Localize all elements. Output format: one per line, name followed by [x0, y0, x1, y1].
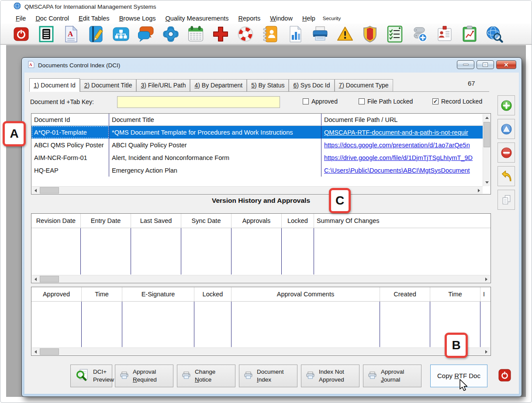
index-not-approved-button[interactable]: Index NotApproved: [301, 365, 359, 387]
table-row[interactable]: A*QP-01-Template *QMS Document Template …: [31, 126, 483, 139]
cell-file-path-link[interactable]: https://drive.google.com/file/d/1DjmTjTS…: [321, 151, 483, 164]
warning-icon[interactable]: [336, 25, 354, 43]
dialog-power-close-button[interactable]: [498, 369, 511, 382]
change-notice-button[interactable]: ChangeNotice: [177, 365, 235, 387]
calendar-icon[interactable]: [187, 25, 204, 43]
document-list-icon[interactable]: [38, 25, 55, 43]
column-header[interactable]: Approved: [31, 287, 82, 301]
minimize-button[interactable]: [457, 60, 474, 69]
vertical-scrollbar[interactable]: [483, 114, 490, 186]
scroll-left-arrow[interactable]: [32, 348, 39, 355]
tab-document-type[interactable]: 7) Document Type: [335, 79, 393, 91]
shield-icon[interactable]: [361, 25, 379, 43]
column-header[interactable]: Locked: [194, 287, 231, 301]
scroll-right-arrow[interactable]: [483, 275, 490, 283]
chat-bubbles-icon[interactable]: [137, 25, 155, 43]
column-header[interactable]: Revision Date: [31, 214, 81, 228]
add-record-button[interactable]: [497, 95, 515, 115]
close-button[interactable]: ✕: [496, 60, 516, 69]
scroll-right-arrow[interactable]: [475, 187, 483, 194]
dialog-titlebar[interactable]: A Documents Control Index (DCI) ✕: [24, 58, 519, 73]
scroll-left-arrow[interactable]: [32, 187, 39, 194]
address-book-icon[interactable]: [262, 25, 279, 43]
scroll-right-arrow[interactable]: [483, 348, 490, 355]
document-index-button[interactable]: DocumentIndex: [239, 365, 297, 387]
column-header[interactable]: Approvals: [231, 214, 282, 228]
scrollbar-thumb[interactable]: [484, 122, 490, 147]
menu-security[interactable]: Security: [320, 15, 344, 22]
sitemap-icon[interactable]: [112, 25, 130, 43]
scrollbar-thumb[interactable]: [40, 276, 59, 282]
column-header-document-id[interactable]: Document Id: [31, 114, 109, 125]
column-header[interactable]: I: [480, 287, 491, 301]
scrollbar-thumb[interactable]: [40, 348, 59, 355]
cell-file-path-link[interactable]: https://docs.google.com/presentation/d/1…: [321, 139, 483, 151]
jump-to-button[interactable]: [497, 166, 515, 186]
change-record-button[interactable]: [497, 119, 515, 139]
dci-preview-button[interactable]: DCI+ Preview: [70, 365, 112, 387]
settings-gear-icon[interactable]: [162, 25, 180, 43]
tab-by-status[interactable]: 5) By Status: [247, 79, 289, 91]
scroll-left-arrow[interactable]: [32, 275, 39, 283]
menu-edit-tables[interactable]: Edit Tables: [74, 14, 114, 23]
maximize-button[interactable]: [477, 60, 494, 69]
web-search-icon[interactable]: [486, 25, 503, 43]
rtf-document-icon[interactable]: A: [62, 25, 80, 43]
power-icon[interactable]: [13, 25, 30, 43]
tab-file-url-path[interactable]: 3) File/URL Path: [136, 79, 190, 91]
cell-file-path-link[interactable]: QMSCAPA-RTF-document-and-a-path-is-not-r…: [321, 126, 483, 139]
document-id-input[interactable]: [117, 96, 280, 108]
column-header[interactable]: Created: [380, 287, 430, 301]
horizontal-scrollbar[interactable]: [32, 275, 490, 282]
delete-record-button[interactable]: [497, 142, 515, 163]
column-header-document-title[interactable]: Document Title: [109, 114, 321, 125]
menu-doc-control[interactable]: Doc Control: [31, 14, 74, 23]
checkbox-record-locked[interactable]: ✓ Record Locked: [432, 98, 482, 105]
column-header[interactable]: Approval Comments: [231, 287, 380, 301]
scrollbar-thumb[interactable]: [40, 187, 59, 194]
column-header[interactable]: Time: [82, 287, 122, 301]
menu-help[interactable]: Help: [297, 14, 320, 23]
tab-document-id[interactable]: 1) Document Id: [29, 78, 80, 92]
contact-badge-icon[interactable]: [436, 25, 453, 43]
menu-window[interactable]: Window: [265, 14, 297, 23]
column-header[interactable]: Summary Of Changes: [314, 214, 491, 228]
column-header[interactable]: Locked: [282, 214, 314, 228]
menu-file[interactable]: File: [11, 14, 31, 23]
scroll-up-arrow[interactable]: [483, 114, 491, 122]
table-row[interactable]: AIM-NCR-Form-01 Alert, Incident and Nonc…: [31, 151, 483, 164]
table-row[interactable]: HQ-EAP Emergency Action Plan C:\Users\Pu…: [31, 164, 483, 177]
scroll-down-arrow[interactable]: [483, 179, 491, 186]
notebook-edit-icon[interactable]: [87, 25, 105, 43]
clipboard-chart-icon[interactable]: [461, 25, 478, 43]
checkbox-approved[interactable]: Approved: [303, 98, 338, 105]
life-ring-icon[interactable]: [237, 25, 254, 43]
copy-record-button[interactable]: [497, 190, 515, 210]
tab-by-department[interactable]: 4) By Department: [190, 79, 247, 91]
column-header-file-path[interactable]: Document File Path / URL: [321, 114, 483, 125]
tab-sys-doc-id[interactable]: 6) Sys Doc Id: [289, 79, 334, 91]
horizontal-scrollbar[interactable]: [32, 186, 483, 194]
column-header[interactable]: Time: [430, 287, 480, 301]
menu-browse-logs[interactable]: Browse Logs: [114, 14, 161, 23]
approval-journal-button[interactable]: ApprovalJournal: [363, 365, 421, 387]
toolbar: A: [0, 24, 532, 45]
tab-document-title[interactable]: 2) Document Title: [80, 79, 137, 91]
column-header[interactable]: Sync Date: [181, 214, 231, 228]
add-cross-icon[interactable]: [212, 25, 229, 43]
printer-icon[interactable]: [311, 25, 329, 43]
table-row[interactable]: ABCI QMS Policy Poster ABCI Quality Poli…: [31, 139, 483, 151]
horizontal-scrollbar[interactable]: [32, 347, 490, 355]
dialog-doc-icon: A: [28, 61, 35, 70]
column-header[interactable]: E-Signature: [122, 287, 194, 301]
menu-quality-measurements[interactable]: Quality Measurements: [160, 14, 233, 23]
column-header[interactable]: Last Saved: [131, 214, 181, 228]
approval-required-button[interactable]: ApprovalRequired: [115, 365, 173, 387]
cell-file-path-link[interactable]: C:\Users\Public\Documents\ABCI\MgtSysDoc…: [321, 164, 483, 177]
database-add-icon[interactable]: [411, 25, 428, 43]
checkbox-file-path-locked[interactable]: File Path Locked: [359, 98, 413, 105]
menu-reports[interactable]: Reports: [234, 14, 266, 23]
chart-report-icon[interactable]: [287, 25, 304, 43]
checklist-icon[interactable]: [386, 25, 404, 43]
column-header[interactable]: Entry Date: [81, 214, 131, 228]
